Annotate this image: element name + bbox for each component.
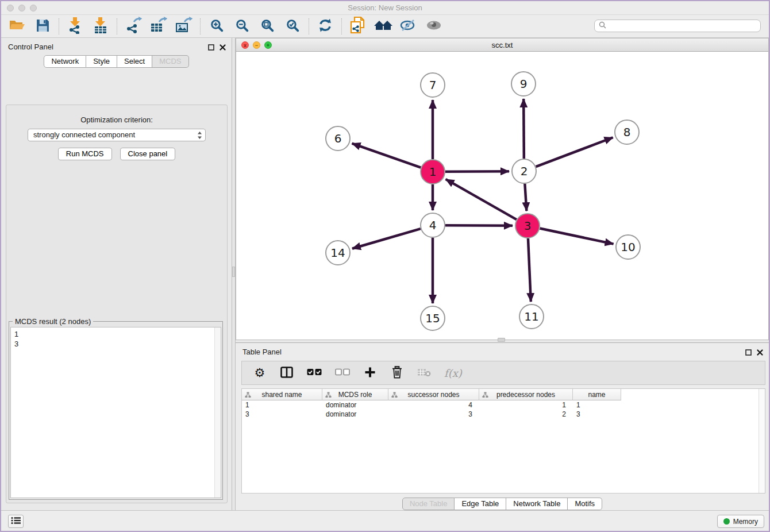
hide-unselected-icon (400, 18, 417, 34)
table-tab-edge-table[interactable]: Edge Table (455, 498, 506, 510)
tab-mcds[interactable]: MCDS (152, 55, 188, 68)
edge-3-10[interactable] (540, 229, 614, 244)
node-4[interactable]: 4 (421, 213, 445, 237)
column-label: predecessor nodes (496, 391, 555, 399)
select-all-columns-button[interactable] (307, 364, 322, 381)
zoom-selected-button[interactable] (280, 17, 305, 36)
export-table-button[interactable] (146, 17, 171, 36)
node-11[interactable]: 11 (519, 304, 544, 329)
add-column-button[interactable] (363, 364, 377, 381)
network-graph: 1234678910111415 (236, 52, 769, 340)
column-header-successor-nodes[interactable]: successor nodes (388, 389, 479, 400)
edge-2-8[interactable] (536, 137, 613, 167)
toolbar-separator (200, 18, 201, 34)
tab-select[interactable]: Select (117, 55, 152, 68)
hide-unselected-button[interactable] (396, 17, 421, 36)
run-mcds-button[interactable]: Run MCDS (58, 148, 112, 160)
mcds-panel: Optimization criterion: strongly connect… (6, 105, 228, 503)
float-panel-icon[interactable] (208, 43, 214, 53)
edge-3-1[interactable] (446, 179, 517, 219)
show-all-button[interactable] (421, 17, 446, 36)
column-label: MCDS role (338, 391, 372, 399)
delete-column-button[interactable] (390, 364, 404, 381)
node-label: 4 (429, 218, 437, 232)
close-table-panel-icon[interactable] (757, 348, 763, 358)
table-row[interactable]: 3dominator323 (242, 410, 765, 419)
node-3[interactable]: 3 (515, 214, 540, 238)
search-field[interactable] (594, 20, 761, 32)
column-header-predecessor-nodes[interactable]: predecessor nodes (479, 389, 573, 400)
import-table-button[interactable] (88, 17, 113, 36)
copy-networks-icon (349, 16, 367, 36)
zoom-out-button[interactable] (229, 17, 255, 36)
node-15[interactable]: 15 (421, 306, 445, 330)
table-cell[interactable]: 2 (479, 410, 573, 419)
column-settings-button[interactable]: ⚙ (253, 364, 267, 381)
edge-4-3[interactable] (445, 225, 513, 226)
open-file-button[interactable] (5, 17, 30, 36)
splitter-grip[interactable] (232, 267, 235, 277)
table-cell[interactable]: 4 (388, 400, 479, 410)
node-1[interactable]: 1 (421, 160, 445, 184)
table-tab-network-table[interactable]: Network Table (506, 498, 568, 510)
export-network-button[interactable] (121, 17, 146, 36)
close-panel-icon[interactable] (220, 43, 226, 53)
node-9[interactable]: 9 (511, 72, 536, 96)
table-cell[interactable]: 3 (573, 410, 621, 419)
criterion-select[interactable]: strongly connected component (28, 129, 206, 141)
network-canvas[interactable]: 1234678910111415 (236, 52, 768, 340)
table-tab-motifs[interactable]: Motifs (568, 498, 602, 510)
edge-2-9[interactable] (523, 99, 524, 159)
node-6[interactable]: 6 (326, 126, 350, 151)
edge-4-14[interactable] (352, 229, 421, 249)
column-header-MCDS-role[interactable]: MCDS role (322, 389, 388, 400)
memory-button[interactable]: Memory (717, 515, 764, 528)
edge-3-11[interactable] (528, 238, 531, 302)
column-header-shared-name[interactable]: shared name (242, 389, 322, 400)
tab-network[interactable]: Network (44, 55, 86, 68)
node-2[interactable]: 2 (512, 159, 536, 183)
select-stepper-icon (197, 131, 202, 143)
node-label: 2 (521, 164, 528, 178)
refresh-icon (318, 18, 333, 34)
float-table-panel-icon[interactable] (745, 348, 752, 358)
copy-networks-button[interactable] (345, 17, 371, 36)
table-cell[interactable]: 3 (242, 410, 322, 419)
task-console-button[interactable] (8, 515, 24, 528)
table-scrollbar[interactable] (759, 389, 765, 493)
search-input[interactable] (609, 22, 760, 30)
mcds-result-textarea[interactable]: 1 3 (10, 327, 221, 498)
table-cell[interactable]: 1 (479, 400, 573, 410)
tab-style[interactable]: Style (86, 55, 117, 68)
result-scrollbar[interactable] (214, 327, 221, 498)
split-panel-button[interactable] (280, 364, 294, 381)
table-cell[interactable]: dominator (322, 410, 388, 419)
column-label: shared name (261, 391, 302, 399)
table-cell[interactable]: dominator (322, 400, 388, 410)
node-10[interactable]: 10 (616, 235, 640, 259)
column-header-name[interactable]: name (573, 389, 621, 400)
column-label: successor nodes (407, 391, 459, 399)
table-cell[interactable]: 3 (388, 410, 479, 419)
node-14[interactable]: 14 (326, 241, 350, 265)
table-tab-node-table[interactable]: Node Table (402, 498, 455, 510)
network-resize-grip[interactable] (498, 338, 505, 342)
home-button[interactable] (371, 17, 396, 36)
refresh-button[interactable] (313, 17, 338, 36)
close-panel-button[interactable]: Close panel (120, 148, 176, 160)
table-cell[interactable]: 1 (573, 400, 621, 410)
node-8[interactable]: 8 (615, 120, 639, 144)
zoom-fit-button[interactable] (255, 17, 280, 36)
save-session-button[interactable] (30, 17, 55, 36)
deselect-all-columns-button[interactable] (335, 364, 350, 381)
node-7[interactable]: 7 (421, 73, 445, 97)
export-image-button[interactable] (171, 17, 197, 36)
edge-1-2[interactable] (445, 171, 509, 172)
zoom-in-button[interactable] (204, 17, 229, 36)
edge-2-3[interactable] (525, 184, 526, 211)
import-network-button[interactable] (63, 17, 88, 36)
edge-1-6[interactable] (352, 144, 421, 168)
table-row[interactable]: 1dominator411 (242, 400, 765, 410)
vertical-splitter[interactable] (232, 38, 236, 510)
table-cell[interactable]: 1 (242, 400, 322, 410)
